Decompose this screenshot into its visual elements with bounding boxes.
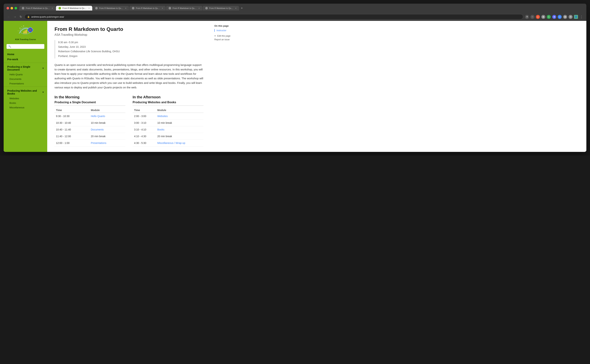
edit-page-link[interactable]: ✏ Edit this page bbox=[214, 35, 243, 37]
afternoon-table-row: 2:00 - 3:00Websites bbox=[133, 113, 203, 120]
morning-module-link-2[interactable]: Documents bbox=[91, 128, 104, 131]
avatar-icon[interactable]: 👤 bbox=[574, 15, 578, 19]
page-wrapper: ASA Traveling Course 🔍 Home Pre-work Pro… bbox=[4, 21, 586, 152]
event-details: 9:30 am -5:30 pm Saturday, June 10, 2023… bbox=[54, 40, 203, 58]
sidebar-item-miscellaneous[interactable]: Miscellaneous bbox=[4, 105, 47, 110]
sidebar-section-single-header[interactable]: Producing a Single Document ▾ bbox=[4, 64, 47, 72]
page-description: Quarto is an open-source scientific and … bbox=[54, 63, 203, 90]
sidebar-item-prework[interactable]: Pre-work bbox=[4, 57, 47, 62]
back-button[interactable]: ← bbox=[7, 14, 11, 19]
extension-icon-7[interactable]: ⊞ bbox=[569, 15, 573, 19]
afternoon-time-cell-4: 4:30 - 5:30 bbox=[133, 140, 156, 146]
toolbar-icons: ⬆ ☆ ● ◉ G ◆ Q ▦ ⊞ 👤 ⋮ bbox=[525, 15, 583, 19]
tab-favicon-6 bbox=[205, 7, 208, 9]
tab-title-5: From R Markdown to Qua... bbox=[173, 7, 197, 9]
afternoon-module-link-2[interactable]: Books bbox=[157, 128, 164, 131]
url-text: andrew.quarto.pub/oregon-asa/ bbox=[31, 15, 64, 18]
tab-close-4[interactable]: ✕ bbox=[162, 7, 163, 9]
tab-title-2: From R Markdown to Qua... bbox=[62, 7, 87, 9]
minimize-button[interactable] bbox=[11, 7, 13, 9]
tabs-row: From R Markdown to Qua... ✕ From R Markd… bbox=[19, 6, 583, 11]
morning-schedule: In the Morning Producing a Single Docume… bbox=[54, 95, 125, 146]
browser-tab-1[interactable]: From R Markdown to Qua... ✕ bbox=[19, 6, 56, 11]
morning-module-link-4[interactable]: Presentations bbox=[91, 142, 107, 144]
morning-module-link-0[interactable]: Hello Quarto bbox=[91, 115, 105, 117]
sidebar-section-websites-header[interactable]: Producing Websites and Books ▾ bbox=[4, 88, 47, 96]
sidebar-section-websites: Producing Websites and Books ▾ Websites … bbox=[4, 87, 47, 110]
extension-icon-2[interactable]: ◉ bbox=[541, 15, 545, 19]
event-date: Saturday, June 10, 2023 bbox=[58, 45, 203, 49]
event-time: 9:30 am -5:30 pm bbox=[58, 40, 203, 45]
tab-close-1[interactable]: ✕ bbox=[52, 7, 53, 9]
bookmark-icon[interactable]: ☆ bbox=[530, 15, 534, 19]
close-button[interactable] bbox=[7, 7, 9, 9]
afternoon-col-time: Time bbox=[133, 108, 156, 113]
morning-table-row: 12:00 - 1:00Presentations bbox=[54, 140, 125, 146]
svg-point-11 bbox=[23, 26, 24, 26]
sidebar-item-websites[interactable]: Websites bbox=[4, 96, 47, 101]
afternoon-module-link-4[interactable]: Miscellaneous / Wrap-up bbox=[157, 142, 185, 144]
afternoon-module-cell-2[interactable]: Books bbox=[156, 126, 203, 133]
tab-close-2[interactable]: ✕ bbox=[88, 7, 90, 9]
extension-icon-4[interactable]: ◆ bbox=[552, 15, 556, 19]
chevron-down-icon-websites: ▾ bbox=[42, 91, 44, 93]
afternoon-table: Time Module 2:00 - 3:00Websites3:00 - 3:… bbox=[133, 108, 203, 146]
report-issue-label: Report an issue bbox=[214, 38, 230, 41]
tab-favicon-2 bbox=[59, 7, 61, 9]
tab-close-6[interactable]: ✕ bbox=[235, 7, 236, 9]
tab-title-3: From R Markdown to Qua... bbox=[99, 7, 124, 9]
morning-table-row: 10:40 - 11:40Documents bbox=[54, 126, 125, 133]
afternoon-section-title: Producing Websites and Books bbox=[133, 101, 203, 106]
morning-module-cell-4[interactable]: Presentations bbox=[89, 140, 125, 146]
search-input-wrapper[interactable]: 🔍 bbox=[7, 44, 44, 49]
search-container: 🔍 bbox=[4, 44, 47, 52]
browser-tab-2[interactable]: From R Markdown to Qua... ✕ bbox=[56, 6, 92, 11]
menu-icon[interactable]: ⋮ bbox=[579, 15, 583, 19]
logo-label: ASA Traveling Course bbox=[15, 38, 36, 40]
afternoon-module-link-0[interactable]: Websites bbox=[157, 115, 168, 117]
tab-close-3[interactable]: ✕ bbox=[125, 7, 127, 9]
tab-title-1: From R Markdown to Qua... bbox=[26, 7, 50, 9]
afternoon-module-cell-1: 10 min break bbox=[156, 120, 203, 126]
sidebar-item-hello-quarto[interactable]: Hello Quarto bbox=[4, 72, 47, 77]
share-icon[interactable]: ⬆ bbox=[525, 15, 529, 19]
on-this-page-link-instructor[interactable]: Instructor bbox=[214, 29, 243, 32]
new-tab-button[interactable]: + bbox=[239, 6, 244, 10]
afternoon-heading: In the Afternoon bbox=[133, 95, 203, 99]
browser-tab-3[interactable]: From R Markdown to Qua... ✕ bbox=[93, 6, 129, 11]
extension-icon-3[interactable]: G bbox=[547, 15, 551, 19]
report-issue-link[interactable]: Report an issue bbox=[214, 38, 243, 41]
maximize-button[interactable] bbox=[14, 7, 17, 9]
extension-icon-1[interactable]: ● bbox=[536, 15, 540, 19]
sidebar-item-documents[interactable]: Documents bbox=[4, 77, 47, 81]
svg-rect-7 bbox=[26, 30, 27, 33]
browser-tab-4[interactable]: From R Markdown to Qua... ✕ bbox=[129, 6, 166, 11]
sidebar-item-home[interactable]: Home bbox=[4, 52, 47, 57]
afternoon-time-cell-1: 3:00 - 3:10 bbox=[133, 120, 156, 126]
sidebar-item-presentations[interactable]: Presentations bbox=[4, 81, 47, 86]
browser-tab-5[interactable]: From R Markdown to Qua... ✕ bbox=[166, 6, 202, 11]
morning-module-cell-0[interactable]: Hello Quarto bbox=[89, 113, 125, 120]
reload-button[interactable]: ↻ bbox=[19, 14, 23, 19]
sidebar-item-books[interactable]: Books bbox=[4, 101, 47, 105]
afternoon-module-cell-4[interactable]: Miscellaneous / Wrap-up bbox=[156, 140, 203, 146]
tab-close-5[interactable]: ✕ bbox=[198, 7, 200, 9]
page-title: From R Markdown to Quarto bbox=[54, 26, 203, 32]
browser-tab-6[interactable]: From R Markdown to Qua... ✕ bbox=[203, 6, 239, 11]
edit-page-label: Edit this page bbox=[217, 35, 230, 37]
extension-icon-5[interactable]: Q bbox=[558, 15, 562, 19]
afternoon-time-cell-2: 3:10 - 4:10 bbox=[133, 126, 156, 133]
morning-module-cell-2[interactable]: Documents bbox=[89, 126, 125, 133]
morning-section-title: Producing a Single Document bbox=[54, 101, 125, 106]
tab-title-4: From R Markdown to Qua... bbox=[136, 7, 160, 9]
address-bar[interactable]: 🔒 andrew.quarto.pub/oregon-asa/ bbox=[25, 14, 523, 20]
afternoon-table-row: 3:00 - 3:1010 min break bbox=[133, 120, 203, 126]
tab-favicon-3 bbox=[95, 7, 98, 9]
sidebar-nav: Home Pre-work Producing a Single Documen… bbox=[4, 52, 47, 113]
browser-window: From R Markdown to Qua... ✕ From R Markd… bbox=[4, 4, 586, 152]
morning-module-cell-1: 10 min break bbox=[89, 120, 125, 126]
forward-button[interactable]: → bbox=[13, 14, 17, 19]
extension-icon-6[interactable]: ▦ bbox=[563, 15, 567, 19]
afternoon-module-cell-0[interactable]: Websites bbox=[156, 113, 203, 120]
morning-table-row: 9:30 - 10:30Hello Quarto bbox=[54, 113, 125, 120]
